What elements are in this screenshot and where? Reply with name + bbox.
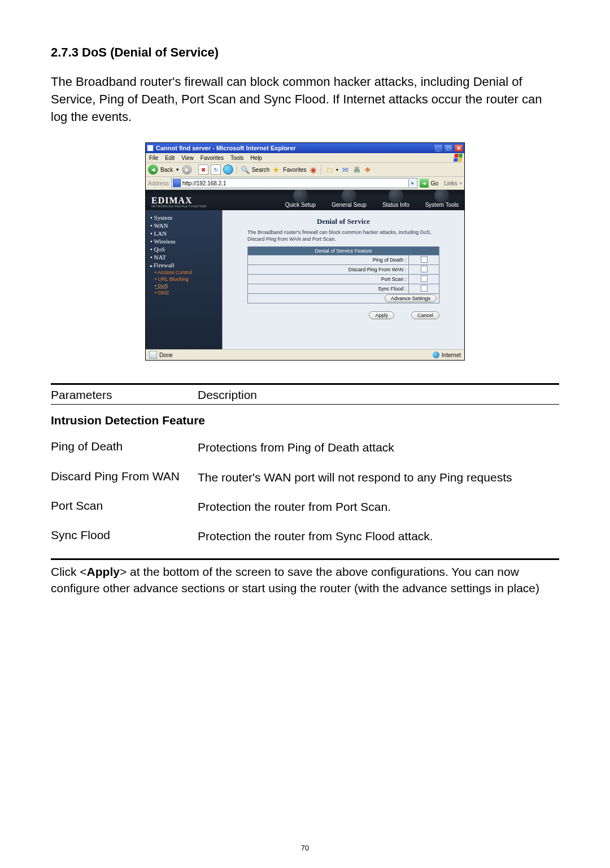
param-row: Port Scan Protection the router from Por… (51, 499, 559, 515)
feature-discard-ping-label: Discard Ping From WAN : (248, 264, 409, 274)
intrusion-feature-title: Intrusion Detection Feature (51, 414, 559, 427)
toolbar: ◄ Back ▼ ► · ✖ ↻ 🔍 Search ★ Favorites ◉ … (146, 163, 464, 177)
favorites-label[interactable]: Favorites (283, 167, 306, 173)
address-label: Address (148, 180, 169, 186)
menu-favorites[interactable]: Favorites (201, 155, 224, 161)
messenger-icon[interactable]: ❖ (363, 165, 372, 174)
feature-port-scan-label: Port Scan : (248, 274, 409, 284)
media-icon[interactable]: ◉ (308, 165, 317, 174)
window-maximize-button[interactable]: □ (444, 144, 453, 152)
main-content: Denial of Service The Broadband router's… (222, 210, 464, 349)
param-header-parameters: Parameters (51, 388, 198, 402)
sidebar-item-qos[interactable]: QoS (150, 245, 217, 253)
window-minimize-button[interactable]: _ (434, 144, 443, 152)
url-field[interactable]: http://192.168.2.1 ▾ (171, 178, 417, 188)
param-name: Ping of Death (51, 440, 198, 453)
param-row: Ping of Death Protections from Ping of D… (51, 440, 559, 455)
go-label[interactable]: Go (431, 180, 438, 186)
param-row: Discard Ping From WAN The router's WAN p… (51, 470, 559, 485)
window-titlebar: Cannot find server - Microsoft Internet … (146, 143, 464, 153)
feature-discard-ping-checkbox[interactable] (421, 266, 428, 272)
url-text: http://192.168.2.1 (182, 180, 407, 186)
back-button[interactable]: ◄ (148, 164, 158, 175)
menu-edit[interactable]: Edit (165, 155, 175, 161)
intro-paragraph: The Broadband router's firewall can bloc… (51, 73, 559, 125)
dos-feature-table: Denial of Service Feature Ping of Death … (247, 246, 439, 303)
sidebar-sub-dmz[interactable]: DMZ (155, 289, 217, 296)
sidebar-item-wireless[interactable]: Wireless (150, 237, 217, 245)
sidebar-item-system[interactable]: System (150, 214, 217, 222)
sidebar-item-nat[interactable]: NAT (150, 253, 217, 261)
forward-button[interactable]: ► (182, 164, 192, 175)
history-dropdown-icon[interactable]: ▾ (336, 167, 338, 172)
windows-flag-icon (454, 154, 463, 162)
closing-paragraph: Click <Apply> at the bottom of the scree… (51, 563, 559, 597)
browser-screenshot: Cannot find server - Microsoft Internet … (145, 142, 465, 361)
sidebar-item-wan[interactable]: WAN (150, 222, 217, 229)
param-desc: The router's WAN port will not respond t… (198, 470, 559, 485)
status-bar: Done Internet (146, 349, 464, 360)
param-table-header: Parameters Description (51, 388, 559, 402)
feature-ping-of-death-checkbox[interactable] (421, 256, 428, 263)
param-name: Sync Flood (51, 528, 198, 542)
mail-icon[interactable]: ✉ (341, 165, 350, 174)
feature-sync-flood-checkbox[interactable] (421, 285, 428, 292)
refresh-button[interactable]: ↻ (211, 164, 221, 175)
sidebar-sub-access-control[interactable]: Access Control (155, 269, 217, 276)
router-header: EDIMAX NETWORKING PEOPLE TOGETHER Quick … (146, 190, 464, 210)
tab-general-setup[interactable]: General Seup (332, 202, 367, 208)
menu-view[interactable]: View (181, 155, 194, 161)
menubar: File Edit View Favorites Tools Help (146, 153, 464, 163)
tab-quick-setup[interactable]: Quick Setup (285, 202, 316, 208)
links-chevron-icon[interactable]: » (460, 181, 462, 186)
url-dropdown-icon[interactable]: ▾ (408, 179, 416, 187)
param-desc: Protection the router from Sync Flood at… (198, 528, 559, 544)
param-row: Sync Flood Protection the router from Sy… (51, 528, 559, 544)
brand-slogan: NETWORKING PEOPLE TOGETHER (151, 205, 207, 208)
feature-ping-of-death-label: Ping of Death : (248, 255, 409, 264)
back-label[interactable]: Back (160, 167, 173, 173)
stop-button[interactable]: ✖ (198, 164, 208, 175)
menu-help[interactable]: Help (250, 155, 262, 161)
feature-port-scan-checkbox[interactable] (421, 275, 428, 282)
brand-logo: EDIMAX NETWORKING PEOPLE TOGETHER (151, 196, 207, 210)
sidebar-sub-url-blocking[interactable]: URL Blocking (155, 276, 217, 283)
print-icon[interactable]: 🖶 (352, 165, 361, 174)
internet-zone-label: Internet (442, 352, 461, 358)
param-desc: Protection the router from Port Scan. (198, 499, 559, 515)
search-label[interactable]: Search (252, 167, 270, 173)
divider (51, 383, 559, 385)
address-bar: Address http://192.168.2.1 ▾ ➜ Go Links … (146, 177, 464, 190)
internet-zone-icon (433, 351, 439, 358)
sidebar-item-lan[interactable]: LAN (150, 229, 217, 237)
favicon-icon (173, 179, 181, 187)
menu-tools[interactable]: Tools (230, 155, 243, 161)
dos-title: Denial of Service (317, 217, 370, 226)
toolbar-dash: · (194, 167, 196, 172)
go-button[interactable]: ➜ (420, 179, 429, 188)
cancel-button[interactable]: Cancel (411, 311, 439, 319)
links-label[interactable]: Links (444, 180, 457, 186)
back-dropdown-icon[interactable]: ▼ (175, 167, 180, 172)
tab-system-tools[interactable]: System Tools (425, 202, 459, 208)
feature-header: Denial of Service Feature (248, 246, 439, 255)
search-icon[interactable]: 🔍 (241, 165, 250, 174)
apply-button[interactable]: Apply (369, 311, 394, 319)
param-desc: Protections from Ping of Death attack (198, 440, 559, 455)
sidebar-item-firewall[interactable]: Firewall (150, 261, 217, 269)
menu-file[interactable]: File (149, 155, 158, 161)
divider (51, 404, 559, 405)
sidebar-sub-dos[interactable]: DoS (155, 283, 217, 289)
status-page-icon (149, 351, 157, 359)
ie-icon (147, 145, 154, 151)
window-close-button[interactable]: ✕ (454, 144, 463, 152)
home-button[interactable] (223, 164, 233, 175)
advance-settings-button[interactable]: Advance Settings (385, 294, 437, 302)
favorites-icon[interactable]: ★ (272, 165, 281, 174)
dos-description: The Broadband router's firewall can bloc… (247, 229, 439, 242)
sidebar: System WAN LAN Wireless QoS NAT Firewall… (146, 210, 222, 349)
tab-status-info[interactable]: Status Info (382, 202, 409, 208)
history-icon[interactable]: 🗀 (325, 165, 334, 174)
param-header-description: Description (198, 388, 257, 402)
page-number: 70 (0, 844, 610, 852)
